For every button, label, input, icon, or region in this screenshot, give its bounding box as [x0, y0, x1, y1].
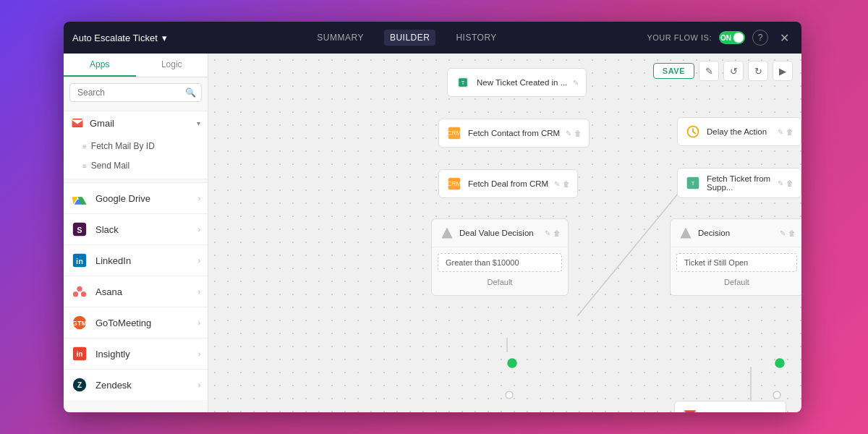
title-text: Auto Escalate Ticket [72, 33, 158, 43]
decision-node[interactable]: Decision ✎ 🗑 Ticket if Still Open Defaul… [670, 218, 801, 296]
fetch-contact-node[interactable]: CRM Fetch Contact from CRM ✎ 🗑 [438, 119, 590, 148]
top-bar-right: YOUR FLOW IS: ON ? ✕ [647, 29, 793, 46]
gotomeeting-label: GoToMeeting [95, 318, 191, 328]
svg-point-9 [73, 292, 78, 297]
deal-decision-icon [439, 225, 455, 241]
delay-node[interactable]: Delay the Action ✎ 🗑 [677, 117, 801, 146]
app-item-gotomeeting[interactable]: GTM GoToMeeting › [64, 307, 208, 338]
svg-point-10 [81, 292, 86, 297]
fetch-deal-edit-icon[interactable]: ✎ [554, 180, 560, 188]
slack-icon: S [71, 221, 88, 238]
toggle-switch[interactable]: ON [719, 31, 745, 44]
tab-apps[interactable]: Apps [64, 54, 136, 77]
linkedin-label: LinkedIn [95, 255, 191, 266]
send-mail-actions: ✎ 🗑 [762, 412, 778, 413]
fetch-deal-node[interactable]: CRM Fetch Deal from CRM ✎ 🗑 [438, 169, 578, 198]
app-item-linkedin[interactable]: in LinkedIn › [64, 244, 208, 276]
app-item-asana[interactable]: Asana › [64, 276, 208, 307]
nav-tabs: SUMMARY BUILDER HISTORY [179, 30, 636, 46]
gmail-header[interactable]: Gmail ▾ [64, 111, 208, 135]
toggle-label: ON [720, 34, 731, 42]
app-item-insightly[interactable]: in Insightly › [64, 338, 208, 369]
app-item-slack[interactable]: S Slack › [64, 213, 208, 244]
deal-decision-label: Deal Value Decision [459, 229, 540, 237]
decision-delete-icon[interactable]: 🗑 [788, 229, 796, 237]
gmail-item-send[interactable]: ≡ Send Mail [74, 156, 205, 175]
redo-button[interactable]: ↻ [748, 61, 768, 81]
deal-decision-header: Deal Value Decision ✎ 🗑 [432, 219, 568, 247]
asana-label: Asana [95, 286, 191, 297]
delay-delete-icon[interactable]: 🗑 [786, 128, 793, 136]
fetch-ticket-edit-icon[interactable]: ✎ [778, 179, 783, 187]
fetch-contact-edit-icon[interactable]: ✎ [566, 129, 571, 137]
nav-builder[interactable]: BUILDER [384, 30, 436, 46]
fetch-deal-actions: ✎ 🗑 [554, 180, 570, 188]
deal-decision-edit-icon[interactable]: ✎ [545, 229, 550, 237]
edit-button[interactable]: ✎ [699, 61, 719, 81]
trigger-actions: ✎ [573, 79, 579, 87]
svg-text:in: in [77, 350, 83, 358]
svg-text:T: T [692, 180, 695, 187]
help-button[interactable]: ? [752, 30, 768, 46]
svg-text:in: in [76, 257, 83, 265]
trigger-edit-icon[interactable]: ✎ [573, 79, 579, 87]
fetch-ticket-node[interactable]: T Fetch Ticket from Supp... ✎ 🗑 [677, 168, 801, 198]
send-mail-delete-icon[interactable]: 🗑 [771, 412, 778, 413]
search-input[interactable] [69, 83, 202, 102]
canvas-toolbar: SAVE ✎ ↺ ↻ ▶ [653, 61, 793, 81]
toggle-knob [733, 33, 744, 43]
save-button[interactable]: SAVE [653, 63, 694, 79]
linkedin-expand-icon: › [198, 257, 200, 265]
delay-label: Delay the Action [707, 127, 772, 136]
linkedin-icon: in [71, 252, 88, 269]
svg-text:S: S [77, 226, 82, 234]
fetch-mail-label: Fetch Mail By ID [91, 141, 155, 151]
nav-summary[interactable]: SUMMARY [311, 30, 370, 46]
tab-logic[interactable]: Logic [136, 54, 208, 77]
deal-decision-branch[interactable]: Greater than $10000 [438, 253, 562, 272]
fetch-contact-icon: CRM [446, 125, 462, 141]
play-button[interactable]: ▶ [773, 61, 793, 81]
trigger-node[interactable]: T New Ticket Created in ... ✎ [447, 68, 587, 97]
canvas: SAVE ✎ ↺ ↻ ▶ [208, 54, 801, 412]
fetch-contact-actions: ✎ 🗑 [566, 129, 582, 137]
close-button[interactable]: ✕ [775, 29, 793, 46]
delay-icon [685, 124, 701, 140]
decision-label: Decision [698, 229, 775, 237]
zendesk-expand-icon: › [198, 381, 200, 389]
fetch-ticket-icon: T [685, 175, 701, 191]
deal-decision-delete-icon[interactable]: 🗑 [553, 229, 561, 237]
slack-expand-icon: › [198, 226, 200, 234]
send-mail-label: Send Mail [91, 161, 129, 171]
svg-point-8 [77, 286, 82, 292]
gmail-item-fetch[interactable]: ≡ Fetch Mail By ID [74, 137, 205, 156]
send-mail-edit-icon[interactable]: ✎ [762, 412, 768, 413]
delay-edit-icon[interactable]: ✎ [778, 128, 783, 136]
app-item-zendesk[interactable]: Z Zendesk › [64, 369, 208, 400]
googledrive-expand-icon: › [198, 195, 200, 203]
gmail-expand-icon: ▾ [197, 119, 200, 127]
title-chevron[interactable]: ▾ [162, 33, 167, 43]
sidebar: Apps Logic 🔍 Gmail ▾ ≡ [64, 54, 208, 412]
app-item-googledrive[interactable]: Google Drive › [64, 182, 208, 213]
decision-body: Ticket if Still Open Default [671, 247, 801, 295]
fetch-ticket-delete-icon[interactable]: 🗑 [786, 179, 793, 187]
gmail-items: ≡ Fetch Mail By ID ≡ Send Mail [64, 135, 208, 179]
asana-expand-icon: › [198, 288, 200, 296]
deal-decision-actions: ✎ 🗑 [545, 229, 561, 237]
nav-history[interactable]: HISTORY [450, 30, 502, 46]
decision-edit-icon[interactable]: ✎ [780, 229, 786, 237]
flow-toggle[interactable]: ON [719, 31, 745, 44]
deal-decision-body: Greater than $10000 Default [432, 247, 568, 295]
gotomeeting-expand-icon: › [198, 319, 200, 327]
fetch-deal-delete-icon[interactable]: 🗑 [563, 180, 570, 188]
svg-point-35 [775, 359, 784, 367]
fetch-contact-delete-icon[interactable]: 🗑 [574, 129, 582, 137]
undo-button[interactable]: ↺ [723, 61, 744, 81]
gotomeeting-icon: GTM [71, 314, 88, 331]
top-bar: Auto Escalate Ticket ▾ SUMMARY BUILDER H… [64, 22, 801, 54]
decision-branch[interactable]: Ticket if Still Open [676, 253, 797, 272]
svg-line-24 [577, 193, 678, 316]
deal-decision-node[interactable]: Deal Value Decision ✎ 🗑 Greater than $10… [431, 218, 569, 296]
send-mail-node[interactable]: Send Mail ✎ 🗑 [674, 401, 786, 412]
